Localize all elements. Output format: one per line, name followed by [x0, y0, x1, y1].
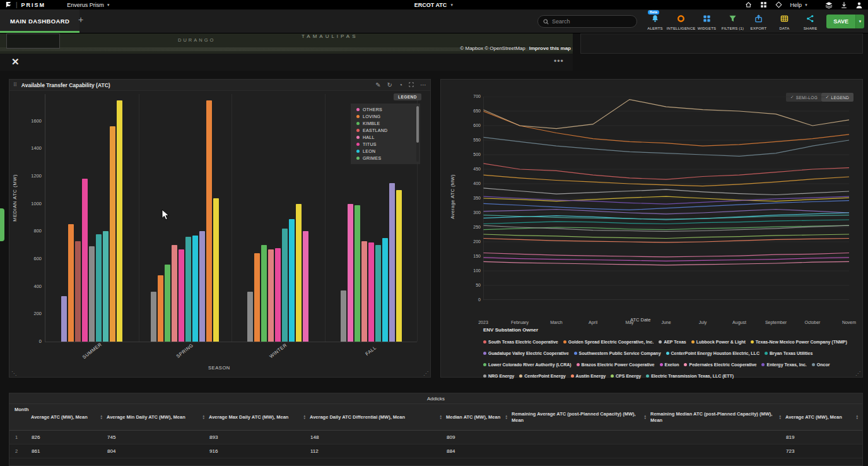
bar[interactable] — [341, 290, 346, 342]
home-icon[interactable] — [745, 1, 752, 8]
workspace-menu[interactable]: Enverus Prism▼ — [67, 2, 110, 8]
legend-item[interactable]: South Texas Electric Cooperative — [483, 340, 558, 344]
toolbar-action-filters-1-[interactable]: FILTERS (1) — [720, 12, 746, 30]
bar[interactable] — [289, 219, 295, 342]
legend-scrollbar[interactable] — [416, 106, 419, 162]
sort-icon[interactable]: ▲▼ — [202, 415, 205, 420]
legend-item[interactable]: LEON — [351, 148, 420, 155]
bar[interactable] — [192, 236, 198, 342]
legend-item[interactable]: CenterPoint Energy Houston Electric, LLC — [666, 351, 760, 355]
bar[interactable] — [96, 234, 102, 342]
bar[interactable] — [389, 183, 395, 342]
table-column-header[interactable]: Average Min Daily ATC (MW), Mean▲▼ — [107, 404, 209, 430]
user-icon[interactable] — [855, 1, 863, 9]
bar[interactable] — [172, 245, 177, 342]
bar[interactable] — [382, 238, 388, 342]
legend-item[interactable]: Austin Energy — [571, 374, 606, 378]
bar[interactable] — [75, 241, 81, 342]
fullscreen-icon[interactable] — [409, 82, 414, 88]
refresh-icon[interactable]: ↻ — [387, 82, 392, 88]
legend-item[interactable]: Electric Transmission Texas, LLC (ETT) — [646, 374, 734, 378]
bar[interactable] — [117, 100, 122, 342]
bar[interactable] — [368, 242, 374, 342]
bar[interactable] — [254, 253, 260, 342]
resize-handle[interactable]: ⋰ — [423, 371, 428, 376]
bar[interactable] — [199, 231, 205, 342]
bar[interactable] — [296, 204, 302, 342]
resize-handle[interactable]: ⋱ — [11, 371, 16, 376]
bar[interactable] — [213, 198, 219, 342]
bar[interactable] — [151, 292, 156, 342]
history-icon[interactable]: ◔ — [399, 82, 402, 88]
bar[interactable] — [268, 249, 274, 342]
legend-item[interactable]: KIMBLE — [351, 120, 420, 127]
sort-icon[interactable]: ▲▼ — [644, 415, 647, 420]
table-column-header[interactable]: Median ATC (MW), Mean▲▼ — [446, 404, 512, 430]
bar[interactable] — [261, 245, 267, 342]
bar[interactable] — [158, 275, 163, 342]
toolbar-action-intelligence[interactable]: INTELLIGENCE — [668, 12, 694, 30]
bar[interactable] — [61, 296, 67, 342]
improve-map-link[interactable]: Improve this map — [529, 45, 571, 51]
bar[interactable] — [303, 231, 308, 342]
legend-item[interactable]: EASTLAND — [351, 127, 420, 134]
layers-icon[interactable] — [825, 1, 833, 9]
legend-item[interactable]: Guadalupe Valley Electric Cooperative — [483, 351, 569, 355]
bar[interactable] — [375, 245, 381, 342]
bar[interactable] — [185, 237, 191, 342]
legend-item[interactable]: NRG Energy — [483, 374, 514, 378]
drag-handle-icon[interactable]: ⠿ — [13, 82, 18, 88]
edit-icon[interactable]: ✎ — [375, 82, 380, 88]
toolbar-action-share[interactable]: SHARE — [797, 12, 823, 30]
legend-item[interactable]: GRIMES — [351, 155, 420, 162]
bar[interactable] — [206, 100, 212, 342]
bar[interactable] — [355, 205, 360, 342]
sort-icon[interactable]: ▲▼ — [100, 415, 103, 420]
legend-item[interactable]: Oncor — [812, 362, 830, 367]
sort-icon[interactable]: ▲▼ — [303, 415, 306, 420]
legend-item[interactable]: Golden Spread Electric Cooperative, Inc. — [563, 340, 654, 344]
resize-handle[interactable]: ⋰ — [855, 371, 860, 376]
bar[interactable] — [165, 265, 170, 342]
table-column-header[interactable]: Remaining Median ATC (post-Planned Capac… — [650, 404, 785, 430]
month-column-header[interactable]: Month — [9, 404, 31, 412]
legend-item[interactable]: Brazos Electric Power Cooperative — [577, 362, 655, 367]
help-menu[interactable]: Help▼ — [790, 2, 808, 8]
toolbar-action-data[interactable]: DATA — [771, 12, 797, 30]
table-column-header[interactable]: Average ATC (MW), Mean▲▼ — [31, 404, 107, 430]
legend-item[interactable]: Exelon — [660, 362, 679, 367]
legend-item[interactable]: OTHERS — [351, 106, 420, 113]
bar[interactable] — [348, 204, 353, 342]
tab-main-dashboard[interactable]: MAIN DASHBOARD — [0, 9, 79, 33]
legend-item[interactable]: Lubbock Power & Light — [691, 340, 746, 344]
legend-item[interactable]: AEP Texas — [659, 340, 686, 344]
sort-icon[interactable]: ▲▼ — [505, 415, 508, 420]
side-drawer-handle[interactable] — [0, 208, 4, 241]
legend-item[interactable]: LOVING — [351, 113, 420, 120]
dashboard-title-menu[interactable]: ERCOT ATC ▼ — [414, 2, 454, 8]
legend-toggle-button[interactable]: LEGEND — [394, 93, 421, 100]
sort-icon[interactable]: ▲▼ — [440, 415, 442, 420]
legend-item[interactable]: Lower Colorado River Authority (LCRA) — [483, 362, 572, 367]
bar[interactable] — [68, 224, 74, 342]
bar[interactable] — [82, 179, 88, 342]
save-button-group[interactable]: SAVE ▼ — [826, 15, 864, 28]
search-box[interactable] — [537, 15, 637, 28]
toolbar-action-alerts[interactable]: BetaALERTS — [642, 12, 668, 30]
bar[interactable] — [275, 248, 281, 342]
legend-item[interactable]: CPS Energy — [611, 374, 641, 378]
table-row[interactable]: 2861804916112884723 — [9, 445, 862, 458]
bar[interactable] — [247, 292, 253, 342]
table-column-header[interactable]: Average Max Daily ATC (MW), Mean▲▼ — [209, 404, 310, 430]
diamond-icon[interactable] — [775, 1, 782, 8]
legend-item[interactable]: HALL — [351, 134, 420, 141]
more-options-icon[interactable]: ••• — [554, 57, 564, 66]
toolbar-action-widgets[interactable]: WIDGETS — [694, 12, 720, 30]
map-widget-fragment[interactable]: DURANGO TAMAULIPAS © Mapbox © OpenStreet… — [0, 33, 573, 54]
save-dropdown-button[interactable]: ▼ — [855, 15, 864, 28]
bar[interactable] — [179, 249, 184, 342]
map-control-box[interactable] — [6, 33, 60, 49]
add-tab-button[interactable]: + — [76, 15, 86, 25]
legend-item[interactable]: Texas-New Mexico Power Company (TNMP) — [751, 340, 847, 344]
legend-item[interactable]: Entergy Texas, Inc. — [761, 362, 806, 367]
